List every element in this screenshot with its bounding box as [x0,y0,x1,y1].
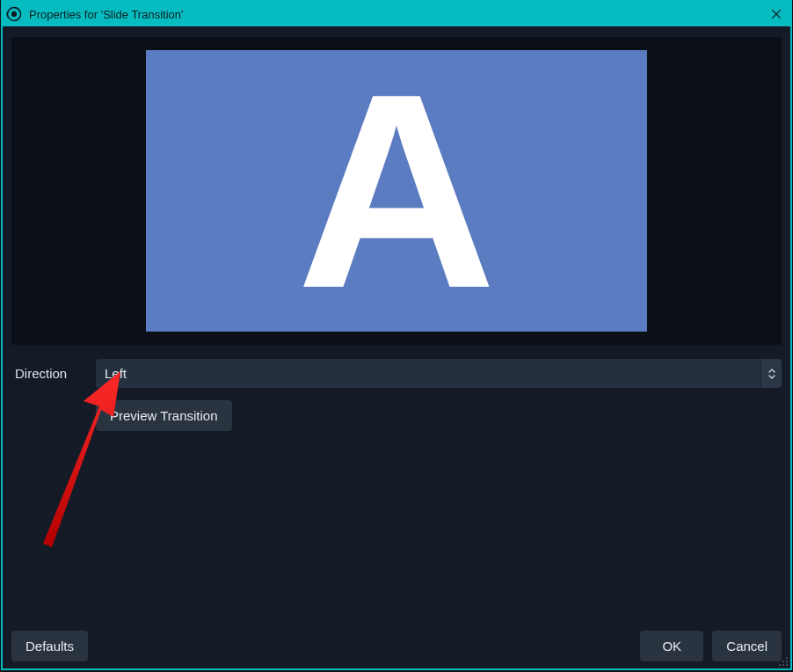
defaults-button[interactable]: Defaults [11,631,88,661]
svg-point-1 [11,11,17,17]
dialog-window: Properties for 'Slide Transition' A Dire… [1,0,792,670]
svg-point-7 [786,664,788,666]
svg-point-6 [782,664,784,666]
form-flex-spacer [11,443,782,615]
svg-point-5 [779,664,781,666]
ok-button[interactable]: OK [640,631,703,661]
window-title: Properties for 'Slide Transition' [29,8,184,21]
preview-canvas: A [146,50,647,332]
select-spinner[interactable] [760,359,782,388]
preview-letter: A [296,59,496,323]
app-icon [6,6,22,22]
svg-point-2 [786,657,788,659]
direction-row: Direction Left [11,359,782,388]
close-icon[interactable] [768,5,785,23]
preview-button-row: Preview Transition [11,400,782,431]
direction-label: Direction [11,366,87,381]
titlebar[interactable]: Properties for 'Slide Transition' [3,2,790,26]
cancel-button[interactable]: Cancel [712,631,782,661]
direction-value[interactable]: Left [96,359,760,388]
svg-point-4 [786,661,788,662]
form-area: Direction Left Preview Transition Defaul [11,355,782,661]
preview-transition-button[interactable]: Preview Transition [96,400,232,431]
preview-area: A [11,37,782,345]
direction-select[interactable]: Left [96,359,782,388]
resize-grip-icon[interactable] [776,654,789,667]
dialog-content: A Direction Left Preview Tran [3,26,790,668]
svg-point-3 [782,661,784,662]
dialog-footer: Defaults OK Cancel [11,627,782,661]
